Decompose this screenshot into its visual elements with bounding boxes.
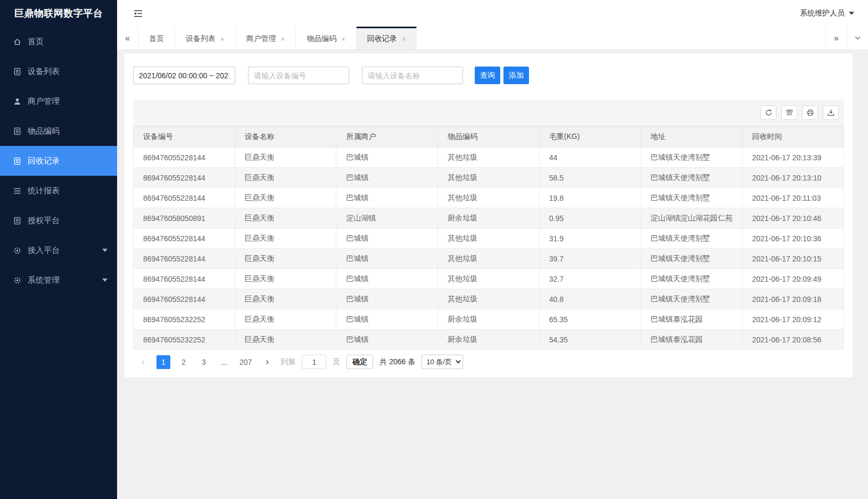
table-row[interactable]: 869476055228144巨鼎天衡巴城镇其他垃圾58.5巴城镇天使湾别墅20…	[134, 168, 844, 188]
table-cell: 869476055228144	[134, 289, 235, 309]
table-row[interactable]: 869476055228144巨鼎天衡巴城镇其他垃圾39.7巴城镇天使湾别墅20…	[134, 249, 844, 269]
app-title: 巨鼎物联网数字平台	[0, 0, 117, 27]
prev-page-icon[interactable]: ‹	[136, 355, 150, 369]
column-header: 所属商户	[336, 127, 438, 148]
device-no-input[interactable]	[248, 67, 349, 84]
menu-fold-icon[interactable]	[133, 9, 143, 18]
close-icon[interactable]: ×	[341, 35, 345, 43]
page-button-2[interactable]: 2	[177, 355, 191, 369]
column-header: 毛重(KG)	[539, 127, 641, 148]
sidebar-item-reports[interactable]: 统计报表	[0, 176, 117, 206]
table-row[interactable]: 869476058050891巨鼎天衡淀山湖镇厨余垃圾0.95淀山湖镇淀山湖花园…	[134, 208, 844, 228]
tabs-dropdown-icon[interactable]	[847, 27, 868, 50]
page-button-3[interactable]: 3	[197, 355, 211, 369]
table-cell: 其他垃圾	[438, 269, 540, 289]
sidebar-item-label: 物品编码	[28, 126, 60, 136]
page-size-select[interactable]: 10 条/页	[421, 355, 463, 369]
table-cell: 巴城镇	[336, 249, 438, 269]
sidebar-item-label: 回收记录	[28, 156, 60, 166]
next-page-icon[interactable]: ›	[260, 355, 274, 369]
table-row[interactable]: 869476055228144巨鼎天衡巴城镇其他垃圾19.8巴城镇天使湾别墅20…	[134, 188, 844, 208]
close-icon[interactable]: ×	[402, 35, 406, 43]
table-cell: 2021-06-17 20:09:18	[742, 289, 844, 309]
table-cell: 其他垃圾	[438, 249, 540, 269]
menu-lines-icon	[13, 186, 22, 195]
page-ellipsis: ...	[217, 355, 231, 369]
column-header: 回收时间	[742, 127, 844, 148]
table-cell: 869476055232252	[134, 309, 235, 330]
page-button-1[interactable]: 1	[156, 355, 170, 369]
user-menu[interactable]: 系统维护人员	[800, 9, 854, 18]
tab-0[interactable]: 首页	[138, 27, 175, 50]
download-button[interactable]	[823, 105, 839, 120]
sidebar-item-devices[interactable]: 设备列表	[0, 56, 117, 86]
sidebar-item-label: 系统管理	[28, 275, 60, 285]
tab-4[interactable]: 回收记录×	[357, 27, 417, 50]
tabs-scroll-right-icon[interactable]: »	[825, 27, 847, 50]
table-cell: 0.95	[539, 208, 641, 228]
columns-button[interactable]	[781, 105, 797, 120]
doc-icon	[13, 67, 22, 76]
sidebar-item-itemcodes[interactable]: 物品编码	[0, 116, 117, 146]
table-cell: 58.5	[539, 168, 641, 188]
table-cell: 其他垃圾	[438, 148, 540, 168]
column-header: 设备名称	[235, 127, 336, 148]
content: 查询 添加 设备编号设备名称所属商户物品编码毛重(KG)地址回收时间 86947…	[117, 50, 868, 499]
table-row[interactable]: 869476055228144巨鼎天衡巴城镇其他垃圾31.9巴城镇天使湾别墅20…	[134, 228, 844, 249]
table-cell: 厨余垃圾	[438, 330, 540, 350]
table-row[interactable]: 869476055228144巨鼎天衡巴城镇其他垃圾44巴城镇天使湾别墅2021…	[134, 148, 844, 168]
table-cell: 其他垃圾	[438, 188, 540, 208]
doc-icon	[13, 216, 22, 225]
column-header: 地址	[641, 127, 742, 148]
columns-icon	[786, 109, 793, 117]
tab-label: 首页	[149, 34, 164, 44]
data-grid: 设备编号设备名称所属商户物品编码毛重(KG)地址回收时间 86947605522…	[133, 100, 844, 374]
filter-bar: 查询 添加	[133, 67, 844, 84]
query-button[interactable]: 查询	[475, 67, 500, 84]
table-cell: 巴城镇	[336, 148, 438, 168]
tab-label: 回收记录	[367, 34, 397, 44]
tab-2[interactable]: 商户管理×	[236, 27, 296, 50]
table-cell: 869476055232252	[134, 330, 235, 350]
sidebar-item-merchants[interactable]: 商户管理	[0, 86, 117, 116]
confirm-button[interactable]: 确定	[346, 355, 373, 369]
table-row[interactable]: 869476055232252巨鼎天衡巴城镇厨余垃圾65.35巴城镇泰泓花园20…	[134, 309, 844, 330]
table-row[interactable]: 869476055228144巨鼎天衡巴城镇其他垃圾32.7巴城镇天使湾别墅20…	[134, 269, 844, 289]
tab-3[interactable]: 物品编码×	[296, 27, 357, 50]
tab-1[interactable]: 设备列表×	[175, 27, 236, 50]
table-cell: 2021-06-17 20:09:12	[742, 309, 844, 330]
sidebar-item-access[interactable]: 接入平台	[0, 235, 117, 265]
sidebar-item-records[interactable]: 回收记录	[0, 146, 117, 176]
printer-icon	[806, 109, 814, 117]
table-cell: 巴城镇天使湾别墅	[641, 249, 742, 269]
goto-page-input[interactable]	[302, 355, 326, 369]
refresh-button[interactable]	[760, 105, 776, 120]
sidebar-item-system[interactable]: 系统管理	[0, 265, 117, 295]
table-cell: 869476058050891	[134, 208, 235, 228]
table-cell: 巴城镇天使湾别墅	[641, 188, 742, 208]
table-cell: 44	[539, 148, 641, 168]
table-cell: 54.35	[539, 330, 641, 350]
device-name-input[interactable]	[362, 67, 463, 84]
tabs-scroll-left-icon[interactable]: «	[117, 27, 138, 50]
table-cell: 巴城镇天使湾别墅	[641, 228, 742, 249]
sidebar-item-home[interactable]: 首页	[0, 27, 117, 56]
printer-button[interactable]	[802, 105, 818, 120]
add-button[interactable]: 添加	[503, 67, 529, 84]
table-cell: 2021-06-17 20:10:36	[742, 228, 844, 249]
table-cell: 巴城镇	[336, 228, 438, 249]
table-row[interactable]: 869476055232252巨鼎天衡巴城镇厨余垃圾54.35巴城镇泰泓花园20…	[134, 330, 844, 350]
close-icon[interactable]: ×	[281, 35, 285, 43]
page-button-207[interactable]: 207	[237, 355, 254, 369]
sidebar-item-label: 首页	[28, 37, 44, 47]
close-icon[interactable]: ×	[220, 35, 225, 43]
table-row[interactable]: 869476055228144巨鼎天衡巴城镇其他垃圾40.8巴城镇天使湾别墅20…	[134, 289, 844, 309]
sidebar-item-authorize[interactable]: 授权平台	[0, 206, 117, 235]
table-cell: 869476055228144	[134, 148, 235, 168]
date-range-input[interactable]	[133, 67, 235, 84]
table-cell: 40.8	[539, 289, 641, 309]
table-cell: 39.7	[539, 249, 641, 269]
column-header: 物品编码	[438, 127, 540, 148]
table-cell: 2021-06-17 20:13:39	[742, 148, 844, 168]
table-cell: 巴城镇泰泓花园	[641, 330, 742, 350]
